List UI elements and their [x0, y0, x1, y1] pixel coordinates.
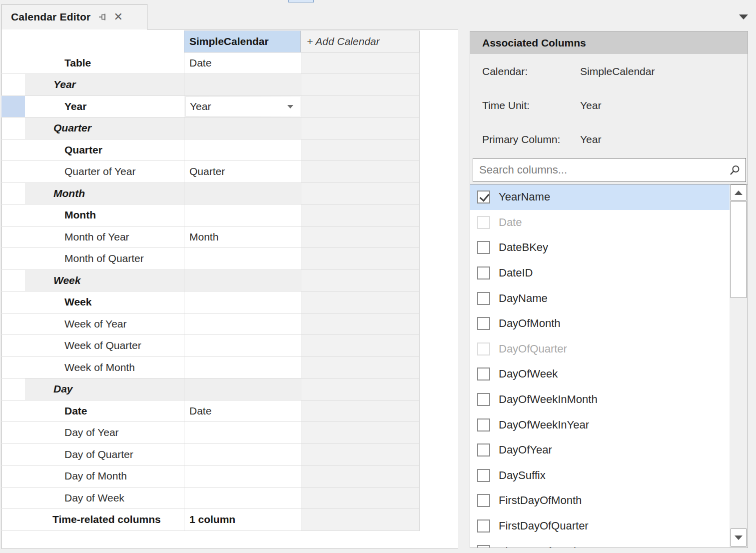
row-value-cell[interactable] [184, 357, 301, 378]
table-row[interactable]: Day [1, 378, 420, 400]
row-selector-gutter[interactable] [1, 74, 25, 96]
table-row[interactable]: Week [1, 292, 420, 314]
add-calendar-button[interactable]: + Add Calendar [301, 30, 420, 52]
table-row[interactable]: Week of Month [1, 357, 420, 379]
list-scrollbar[interactable] [730, 184, 748, 548]
table-row[interactable]: Date Date [1, 400, 420, 422]
row-value-cell[interactable] [184, 183, 301, 204]
column-list-item[interactable]: DaySuffix [470, 463, 748, 488]
row-selector-gutter[interactable] [1, 118, 25, 139]
row-selector-gutter[interactable] [1, 488, 25, 509]
table-row[interactable]: Month of Quarter [1, 248, 420, 270]
column-list-item[interactable]: DayOfYear [470, 438, 748, 463]
row-selector-gutter[interactable] [1, 140, 25, 161]
row-selector-gutter[interactable] [1, 400, 25, 422]
table-row[interactable]: Time-related columns 1 column [1, 509, 420, 531]
row-value-cell[interactable]: Date [184, 400, 301, 422]
row-selector-gutter[interactable] [1, 378, 25, 400]
row-value-cell[interactable] [184, 466, 301, 487]
checkbox[interactable] [477, 266, 490, 280]
value-dropdown[interactable]: Year [185, 96, 300, 117]
row-value-cell[interactable] [184, 488, 301, 509]
row-value-cell[interactable] [184, 335, 301, 356]
row-value-cell[interactable] [184, 314, 301, 335]
checkbox[interactable] [477, 545, 490, 548]
column-list-item[interactable]: DayOfWeek [470, 362, 748, 387]
column-list-item[interactable]: DateBKey [470, 235, 748, 260]
row-value-cell[interactable] [184, 248, 301, 270]
checkbox[interactable] [477, 469, 490, 482]
row-selector-gutter[interactable] [1, 314, 25, 335]
row-selector-gutter[interactable] [1, 96, 25, 118]
calendar-column-header[interactable]: SimpleCalendar [184, 30, 301, 52]
table-row[interactable]: Month of Year Month [1, 226, 420, 248]
row-selector-gutter[interactable] [1, 357, 25, 378]
table-row[interactable]: Day of Week [1, 488, 420, 510]
checkbox[interactable] [477, 216, 490, 229]
checkbox[interactable] [477, 190, 490, 204]
checkbox[interactable] [477, 418, 490, 432]
row-selector-gutter[interactable] [1, 226, 25, 248]
table-row[interactable]: Month [1, 204, 420, 226]
checkbox[interactable] [477, 241, 490, 254]
table-row[interactable]: Week of Year [1, 314, 420, 336]
table-row[interactable]: Table Date [1, 52, 420, 74]
row-value-cell[interactable]: 1 column [184, 509, 301, 530]
table-row[interactable]: Week [1, 270, 420, 292]
column-list-item[interactable]: FirstDayOfQuarter [470, 514, 748, 539]
row-selector-gutter[interactable] [1, 509, 25, 530]
row-selector-gutter[interactable] [1, 466, 25, 487]
checkbox[interactable] [477, 368, 490, 380]
column-list-item[interactable]: FirstDayOfMonth [470, 488, 748, 514]
row-value-cell[interactable] [184, 140, 301, 161]
table-row[interactable]: Year [1, 74, 420, 96]
scroll-up-button[interactable] [731, 184, 747, 200]
checkbox[interactable] [477, 393, 490, 406]
row-value-cell[interactable]: Date [184, 52, 301, 74]
row-value-cell[interactable] [184, 292, 301, 313]
column-list-item[interactable]: DayOfMonth [470, 311, 748, 336]
table-row[interactable]: Day of Quarter [1, 444, 420, 466]
table-row[interactable]: Day of Month [1, 466, 420, 488]
row-value-cell[interactable] [184, 378, 301, 400]
row-selector-gutter[interactable] [1, 52, 25, 74]
row-selector-gutter[interactable] [1, 183, 25, 204]
table-row[interactable]: Quarter [1, 118, 420, 140]
checkbox[interactable] [477, 520, 490, 532]
row-selector-gutter[interactable] [1, 292, 25, 313]
column-list-item[interactable]: DateID [470, 260, 748, 286]
checkbox[interactable] [477, 317, 490, 330]
table-row[interactable]: Day of Year [1, 422, 420, 444]
row-value-cell[interactable]: Month [184, 226, 301, 248]
row-selector-gutter[interactable] [1, 444, 25, 466]
column-list-item[interactable]: DayName [470, 286, 748, 311]
row-value-cell[interactable] [184, 444, 301, 466]
column-list-item[interactable]: DayOfWeekInYear [470, 412, 748, 438]
row-selector-gutter[interactable] [1, 335, 25, 356]
row-value-cell[interactable] [184, 270, 301, 292]
row-value-cell[interactable] [184, 422, 301, 444]
column-list-item[interactable]: FirstDayOfWeek [470, 538, 748, 548]
checkbox[interactable] [477, 342, 490, 356]
row-selector-gutter[interactable] [1, 270, 25, 292]
search-icon[interactable] [729, 164, 741, 178]
pin-icon[interactable] [97, 11, 109, 23]
checkbox[interactable] [477, 292, 490, 305]
column-list-item[interactable]: Date [470, 210, 748, 236]
checkbox[interactable] [477, 444, 490, 456]
column-list-item[interactable]: DayOfWeekInMonth [470, 387, 748, 412]
column-list-item[interactable]: DayOfQuarter [470, 336, 748, 362]
checkbox[interactable] [477, 494, 490, 507]
row-selector-gutter[interactable] [1, 248, 25, 270]
scrollbar-thumb[interactable] [731, 201, 747, 298]
row-selector-gutter[interactable] [1, 161, 25, 182]
table-row[interactable]: Quarter of Year Quarter [1, 161, 420, 183]
row-value-cell[interactable] [184, 118, 301, 139]
row-selector-gutter[interactable] [1, 204, 25, 226]
search-input[interactable] [473, 158, 746, 182]
table-row[interactable]: Week of Quarter [1, 335, 420, 357]
row-value-cell[interactable] [184, 204, 301, 226]
column-list-item[interactable]: YearName [470, 184, 748, 210]
table-row[interactable]: Month [1, 183, 420, 205]
table-row[interactable]: Year Year [1, 96, 420, 118]
